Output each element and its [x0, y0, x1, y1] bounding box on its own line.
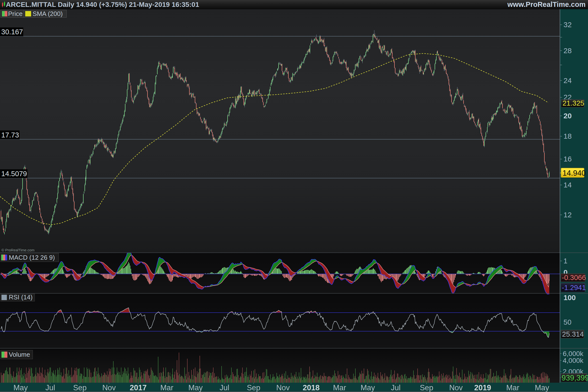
svg-text:21.325: 21.325	[562, 99, 584, 107]
svg-text:www.ProRealTime.com: www.ProRealTime.com	[507, 0, 586, 8]
svg-text:Mar: Mar	[506, 384, 519, 392]
svg-text:Mar: Mar	[160, 384, 173, 392]
svg-text:Sep: Sep	[247, 384, 260, 392]
svg-text:2019: 2019	[474, 384, 491, 392]
svg-text:RSI (14): RSI (14)	[9, 294, 32, 301]
svg-text:Price: Price	[8, 10, 22, 18]
svg-text:20: 20	[564, 112, 572, 120]
svg-text:May: May	[188, 384, 203, 392]
svg-text:28: 28	[564, 46, 572, 55]
svg-text:Volume: Volume	[9, 351, 30, 358]
svg-text:16: 16	[564, 155, 572, 163]
svg-text:50: 50	[564, 318, 571, 326]
svg-text:2018: 2018	[303, 384, 320, 392]
svg-text:ARCEL.MITTAL Daily 14.940 (+3.: ARCEL.MITTAL Daily 14.940 (+3.75%) 21-Ma…	[6, 1, 199, 8]
svg-text:© ProRealTime.com: © ProRealTime.com	[2, 248, 34, 252]
svg-text:14: 14	[564, 181, 572, 189]
svg-text:SMA (200): SMA (200)	[32, 10, 63, 18]
svg-text:6,000k: 6,000k	[563, 350, 584, 358]
svg-text:2017: 2017	[130, 384, 147, 392]
svg-text:Sep: Sep	[73, 384, 86, 392]
svg-text:Jul: Jul	[45, 384, 55, 392]
svg-text:-1.2941: -1.2941	[562, 284, 586, 292]
svg-text:May: May	[361, 384, 375, 392]
svg-text:1: 1	[564, 257, 568, 265]
svg-text:18: 18	[564, 132, 572, 140]
svg-text:32: 32	[564, 20, 572, 29]
svg-text:May: May	[14, 384, 28, 392]
svg-text:25.314: 25.314	[562, 330, 584, 338]
svg-text:Nov: Nov	[449, 384, 463, 392]
svg-text:17.73: 17.73	[1, 131, 19, 139]
svg-text:939,399: 939,399	[562, 374, 588, 382]
svg-text:Jul: Jul	[220, 384, 229, 392]
svg-text:12: 12	[564, 211, 572, 219]
svg-text:May: May	[535, 384, 549, 392]
svg-text:4,000k: 4,000k	[563, 357, 584, 364]
svg-text:-0.3066: -0.3066	[562, 274, 586, 282]
svg-text:Sep: Sep	[420, 384, 433, 392]
svg-text:Jul: Jul	[391, 384, 400, 392]
svg-text:Nov: Nov	[102, 384, 116, 392]
svg-text:Nov: Nov	[276, 384, 290, 392]
svg-text:Mar: Mar	[333, 384, 346, 392]
svg-text:14.940: 14.940	[562, 169, 586, 178]
svg-text:14.5079: 14.5079	[1, 170, 27, 178]
svg-text:100: 100	[564, 294, 576, 302]
svg-text:24: 24	[564, 76, 572, 84]
svg-text:MACD (12 26 9): MACD (12 26 9)	[9, 254, 55, 261]
svg-text:30.167: 30.167	[1, 28, 23, 36]
